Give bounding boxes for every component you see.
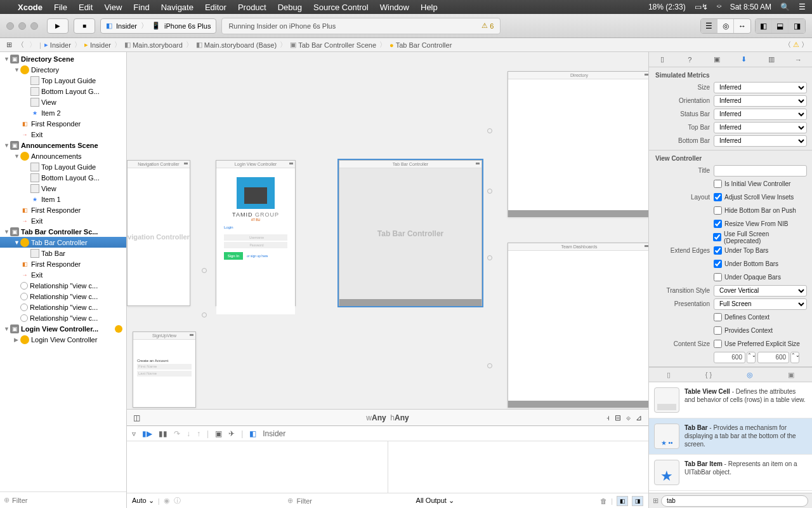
outline-row[interactable]: View xyxy=(0,183,126,194)
outline-row[interactable]: ▼▣Login View Controller... xyxy=(0,323,126,334)
related-items-button[interactable]: ⊞ xyxy=(4,41,15,49)
top-bar-select[interactable]: Inferred xyxy=(714,122,807,133)
resizing-button[interactable]: ⊿ xyxy=(636,413,642,422)
version-editor-button[interactable]: ↔ xyxy=(734,19,750,33)
auto-variables-selector[interactable]: Auto ⌄ xyxy=(132,497,154,505)
vars-pane-toggle[interactable]: ◧ xyxy=(617,496,628,506)
jump-group[interactable]: ▸Insider xyxy=(82,41,114,49)
step-into-button[interactable]: ↓ xyxy=(187,429,190,438)
orientation-select[interactable]: Inferred xyxy=(714,95,807,107)
menu-file[interactable]: File xyxy=(54,3,67,12)
segue-node[interactable] xyxy=(487,255,492,260)
issues-indicator[interactable]: ⚠ 6 xyxy=(481,22,494,30)
adjust-insets-checkbox[interactable] xyxy=(714,193,722,201)
outline-row[interactable]: ◧First Responder xyxy=(0,118,126,129)
outline-row[interactable]: ▼Announcements xyxy=(0,150,126,161)
outline-row[interactable]: Bottom Layout G... xyxy=(0,172,126,183)
stop-button[interactable] xyxy=(74,18,95,34)
console-view[interactable] xyxy=(388,441,649,493)
outline-row[interactable]: ▼Directory xyxy=(0,64,126,75)
under-top-bars-checkbox[interactable] xyxy=(714,246,722,255)
back-button[interactable]: 〈 xyxy=(15,40,27,50)
scheme-selector[interactable]: ◧Insider 〉 📱iPhone 6s Plus xyxy=(100,18,216,34)
quick-help-tab[interactable]: ? xyxy=(683,54,696,65)
outline-row[interactable]: →Exit xyxy=(0,269,126,280)
content-width-input[interactable] xyxy=(714,352,745,363)
presentation-select[interactable]: Full Screen xyxy=(714,298,807,310)
activity-viewer[interactable]: Running Insider on iPhone 6s Plus ⚠ 6 xyxy=(221,18,501,34)
forward-button[interactable]: 〉 xyxy=(27,40,39,50)
grid-view-toggle[interactable]: ⊞ xyxy=(653,497,658,505)
transition-style-select[interactable]: Cover Vertical xyxy=(714,285,807,297)
outline-row[interactable]: ▼Tab Bar Controller xyxy=(0,237,126,248)
pause-button[interactable]: ▮▮ xyxy=(159,429,167,438)
outline-row[interactable]: Top Layout Guide xyxy=(0,161,126,172)
clock[interactable]: Sat 8:50 AM xyxy=(730,3,771,11)
resize-nib-checkbox[interactable] xyxy=(714,220,722,228)
outline-row[interactable]: ◧First Responder xyxy=(0,258,126,269)
segue-node[interactable] xyxy=(202,312,207,318)
outline-row[interactable]: →Exit xyxy=(0,129,126,140)
wifi-icon[interactable]: ⌔ xyxy=(717,3,721,11)
menu-source-control[interactable]: Source Control xyxy=(313,3,369,12)
outline-row[interactable]: Relationship "view c... xyxy=(0,280,126,291)
jump-base[interactable]: ◧Main.storyboard (Base) xyxy=(193,41,279,49)
close-window-button[interactable] xyxy=(6,22,14,30)
hide-bottom-bar-checkbox[interactable] xyxy=(714,206,722,215)
menu-help[interactable]: Help xyxy=(421,3,438,12)
identity-inspector-tab[interactable]: ▣ xyxy=(710,54,723,65)
menu-product[interactable]: Product xyxy=(238,3,266,12)
outline-row[interactable]: ★Item 1 xyxy=(0,194,126,204)
outline-filter-input[interactable] xyxy=(12,497,122,504)
view-debug-button[interactable]: ▣ xyxy=(215,429,222,438)
jump-project[interactable]: ▸Insider xyxy=(42,41,74,49)
storyboard-canvas[interactable]: Navigation Controller vigation Controlle… xyxy=(127,52,648,409)
status-bar-select[interactable]: Inferred xyxy=(714,109,807,120)
outline-row[interactable]: ◧First Responder xyxy=(0,204,126,215)
app-menu[interactable]: Xcode xyxy=(18,3,43,12)
scene-tab-bar-controller[interactable]: Tab Bar Controller Tab Bar Controller xyxy=(339,160,482,306)
outline-row[interactable]: Bottom Layout G... xyxy=(0,86,126,97)
file-inspector-tab[interactable]: ▯ xyxy=(656,54,669,65)
continue-button[interactable]: ▮▶ xyxy=(142,429,152,438)
outline-row[interactable]: ▼▣Directory Scene xyxy=(0,53,126,64)
variables-filter-input[interactable] xyxy=(297,497,386,505)
document-outline[interactable]: ▼▣Directory Scene▼DirectoryTop Layout Gu… xyxy=(0,52,126,491)
title-input[interactable] xyxy=(714,165,807,177)
jump-storyboard[interactable]: ◧Main.storyboard xyxy=(122,41,185,49)
prev-issue-button[interactable]: 〈 xyxy=(784,40,791,50)
size-class-control[interactable]: wAny hAny xyxy=(366,413,409,422)
provides-context-checkbox[interactable] xyxy=(714,326,722,335)
attributes-inspector-tab[interactable]: ⬇ xyxy=(738,54,750,65)
scene-navigation-controller[interactable]: Navigation Controller vigation Controlle… xyxy=(127,160,190,306)
next-issue-button[interactable]: 〉 xyxy=(801,40,808,50)
jump-scene[interactable]: ▣Tab Bar Controller Scene xyxy=(287,41,379,49)
run-button[interactable] xyxy=(47,18,69,34)
info-icon[interactable]: ⓘ xyxy=(174,496,181,505)
segue-node[interactable] xyxy=(487,128,492,133)
outline-row[interactable]: View xyxy=(0,97,126,107)
debug-view-toggle[interactable]: ▿ xyxy=(132,429,136,438)
pin-button[interactable]: ⊟ xyxy=(615,413,621,422)
menu-view[interactable]: View xyxy=(104,3,122,12)
segue-node[interactable] xyxy=(202,268,207,273)
issue-icon[interactable]: ⚠ xyxy=(793,41,799,49)
object-library[interactable]: Table View Cell - Defines the attributes… xyxy=(649,382,812,493)
step-over-button[interactable]: ↷ xyxy=(174,429,180,438)
console-pane-toggle[interactable]: ◨ xyxy=(632,496,643,506)
align-button[interactable]: ⫞ xyxy=(606,413,610,422)
minimize-window-button[interactable] xyxy=(18,22,26,30)
library-item[interactable]: ★Tab Bar Item - Represents an item on a … xyxy=(649,455,812,491)
outline-toggle-button[interactable]: ◫ xyxy=(133,413,140,422)
menu-navigate[interactable]: Navigate xyxy=(161,3,193,12)
notification-center-icon[interactable]: ☰ xyxy=(799,3,806,11)
size-select[interactable]: Inferred xyxy=(714,82,807,93)
debug-toggle-button[interactable]: ⬓ xyxy=(772,19,789,33)
initial-vc-checkbox[interactable] xyxy=(714,180,722,188)
outline-row[interactable]: Relationship "view c... xyxy=(0,302,126,312)
menu-edit[interactable]: Edit xyxy=(79,3,93,12)
library-item[interactable]: Table View Cell - Defines the attributes… xyxy=(649,382,812,418)
scene-login-view-controller[interactable]: Login View Controller TAMID GROUP AT BU … xyxy=(216,160,296,306)
output-selector[interactable]: All Output ⌄ xyxy=(416,497,454,505)
outline-row[interactable]: Relationship "view c... xyxy=(0,312,126,323)
